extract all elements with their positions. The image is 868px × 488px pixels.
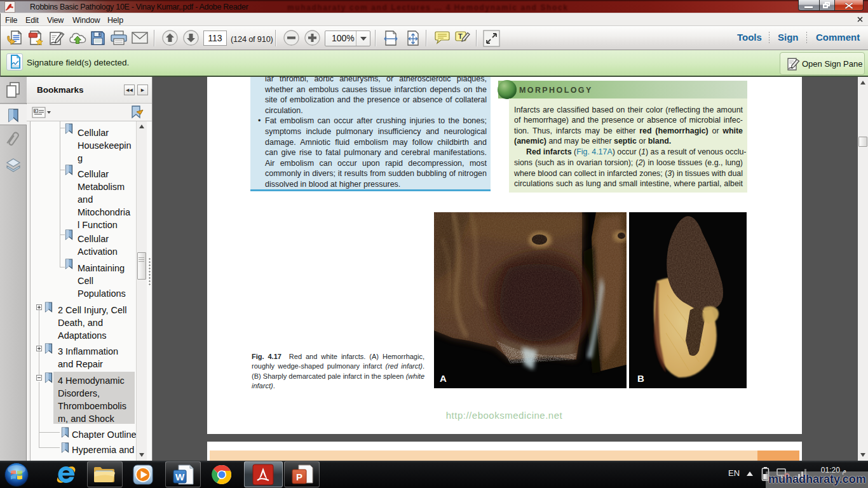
svg-text:W: W [175,471,185,482]
svg-text:T: T [458,32,463,40]
svg-text:8: 8 [34,109,36,113]
svg-text:P: P [296,471,302,482]
